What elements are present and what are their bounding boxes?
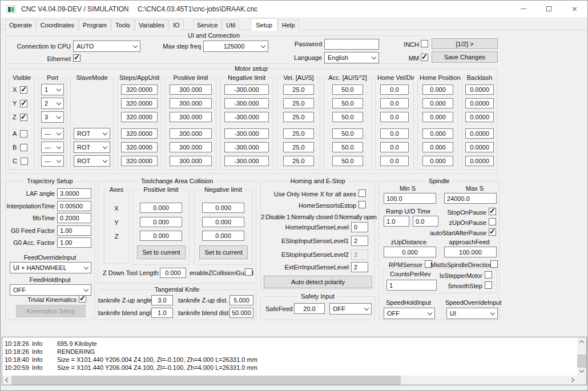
safety-input-select[interactable]: OFF [329, 303, 372, 315]
horizontal-scrollbar[interactable] [2, 376, 577, 385]
backlash-input-z[interactable] [465, 112, 494, 122]
poslimit-input-x[interactable] [170, 84, 212, 95]
tc-pos-y-input[interactable] [140, 217, 182, 227]
backlash-input-c[interactable] [465, 156, 494, 166]
poslimit-input-b[interactable] [170, 142, 212, 152]
auto-start-after-pause-checkbox[interactable] [489, 228, 496, 236]
port-select-b[interactable]: --- [41, 142, 64, 153]
visible-checkbox-b[interactable] [20, 144, 27, 151]
acc-input-b[interactable] [332, 142, 363, 152]
visible-checkbox-y[interactable] [20, 100, 27, 107]
tab-util[interactable]: Util [222, 19, 239, 30]
trivial-kinematics-checkbox[interactable] [79, 295, 86, 303]
visible-checkbox-c[interactable] [21, 158, 28, 165]
tab-help[interactable]: Help [278, 19, 299, 30]
tab-program[interactable]: Program [79, 19, 111, 30]
acc-input-y[interactable] [332, 98, 363, 108]
homepos-input-a[interactable] [422, 128, 453, 139]
homevel-input-y[interactable] [380, 98, 409, 108]
homepos-input-c[interactable] [422, 156, 453, 166]
exterr-sense-input[interactable] [351, 262, 368, 272]
homevel-input-c[interactable] [380, 156, 409, 166]
port-select-x[interactable]: 1 [41, 84, 64, 95]
homevel-input-a[interactable] [380, 128, 409, 139]
speed-override-select[interactable]: UI [446, 308, 498, 319]
home-input-sense-input[interactable] [351, 222, 368, 232]
tab-setup[interactable]: Setup [251, 18, 277, 31]
visible-checkbox-a[interactable] [20, 130, 27, 138]
tanknife-blend-angle-input[interactable] [151, 308, 173, 318]
backlash-input-b[interactable] [465, 142, 494, 152]
max-step-freq-select[interactable]: 125000 [203, 41, 268, 52]
tc-neg-y-input[interactable] [202, 217, 244, 227]
estop1-sense-input[interactable] [351, 236, 368, 246]
steps-input-c[interactable] [121, 156, 158, 166]
tab-operate[interactable]: Operate [5, 19, 36, 30]
homevel-input-z[interactable] [380, 112, 409, 122]
laf-angle-input[interactable] [57, 188, 91, 199]
close-icon[interactable]: ✕ [562, 1, 587, 17]
vertical-scrollbar[interactable] [577, 337, 586, 376]
vel-input-a[interactable] [283, 128, 314, 139]
homepos-input-z[interactable] [422, 112, 453, 122]
tc-pos-set-button[interactable]: Set to current [137, 245, 186, 259]
approach-feed-input[interactable] [444, 247, 497, 257]
acc-input-z[interactable] [332, 112, 363, 122]
vel-input-z[interactable] [283, 112, 314, 122]
acc-input-c[interactable] [332, 156, 363, 166]
enable-z-collision-guard-checkbox[interactable] [245, 268, 252, 276]
page-toggle-button[interactable]: [1/2] > [432, 38, 498, 49]
save-changes-button[interactable]: Save Changes [432, 51, 498, 63]
neglimit-input-a[interactable] [224, 128, 269, 139]
scroll-up-icon[interactable] [577, 337, 586, 346]
kinematics-setup-button[interactable]: Kinematics Setup [16, 305, 86, 317]
port-select-z[interactable]: 3 [41, 111, 64, 123]
is-stepper-motor-checkbox[interactable] [485, 271, 492, 279]
tc-neg-set-button[interactable]: Set to current [199, 245, 248, 259]
vel-input-b[interactable] [283, 142, 314, 152]
h-scroll-thumb[interactable] [11, 376, 401, 385]
min-s-input[interactable] [384, 193, 436, 204]
speed-hold-select[interactable]: OFF [384, 308, 435, 319]
feed-override-select[interactable]: UI + HANDWHEEL [10, 262, 91, 273]
backlash-input-y[interactable] [465, 98, 494, 108]
minimize-icon[interactable] [510, 1, 536, 17]
vel-input-c[interactable] [283, 156, 314, 166]
smooth-step-checkbox[interactable] [485, 281, 492, 289]
tanknife-zup-dist-input[interactable] [229, 295, 253, 305]
tab-io[interactable]: IO [169, 19, 184, 30]
homepos-input-y[interactable] [422, 98, 453, 108]
poslimit-input-y[interactable] [170, 98, 212, 108]
ethernet-checkbox[interactable] [73, 54, 80, 62]
vel-input-y[interactable] [283, 98, 314, 108]
inch-checkbox[interactable] [421, 40, 428, 47]
homepos-input-x[interactable] [422, 84, 453, 95]
port-select-y[interactable]: 2 [41, 98, 64, 109]
max-s-input[interactable] [444, 193, 497, 204]
homevel-input-b[interactable] [380, 142, 409, 152]
vel-input-x[interactable] [283, 84, 314, 95]
password-input[interactable] [324, 39, 379, 50]
auto-detect-polarity-button[interactable]: Auto detect polarity [264, 276, 372, 288]
backlash-input-a[interactable] [465, 128, 494, 139]
slavemode-select-b[interactable]: ROT [74, 142, 110, 153]
home-sensor-estop-checkbox[interactable] [359, 201, 366, 208]
safe-feed-input[interactable] [294, 303, 325, 314]
poslimit-input-c[interactable] [170, 156, 212, 166]
steps-input-a[interactable] [121, 128, 158, 139]
scroll-right-icon[interactable] [568, 376, 577, 385]
tc-neg-z-input[interactable] [202, 231, 244, 241]
scroll-down-icon[interactable] [577, 366, 586, 376]
tab-tools[interactable]: Tools [111, 19, 134, 30]
fifo-time-input[interactable] [57, 213, 91, 223]
visible-checkbox-z[interactable] [20, 114, 27, 121]
acc-input-x[interactable] [332, 84, 363, 95]
neglimit-input-c[interactable] [224, 156, 269, 166]
steps-input-y[interactable] [121, 98, 158, 108]
interpolation-time-input[interactable] [57, 201, 91, 211]
visible-checkbox-x[interactable] [20, 86, 27, 94]
steps-input-z[interactable] [121, 112, 158, 122]
maximize-icon[interactable] [536, 1, 562, 17]
tc-pos-z-input[interactable] [140, 231, 182, 241]
slavemode-select-c[interactable]: ROT [74, 155, 110, 167]
